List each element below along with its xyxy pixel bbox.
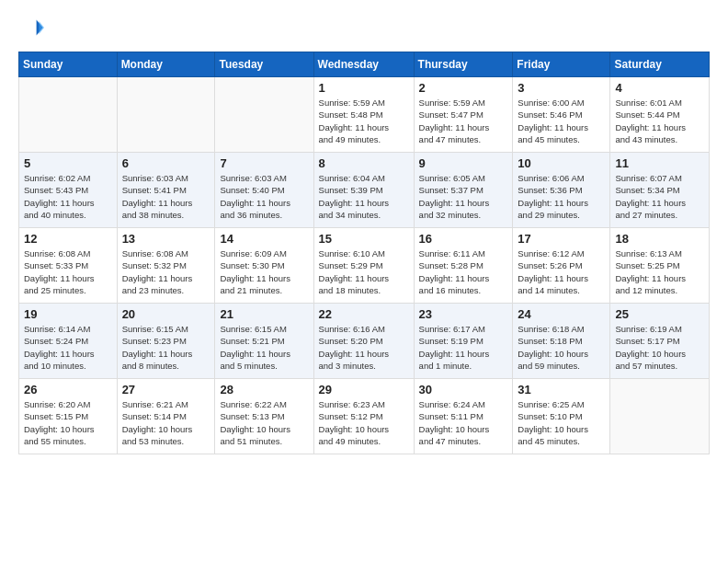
calendar-cell: 26Sunrise: 6:20 AM Sunset: 5:15 PM Dayli… (19, 379, 118, 454)
day-number: 1 (319, 81, 409, 95)
day-info: Sunrise: 5:59 AM Sunset: 5:47 PM Dayligh… (419, 97, 508, 145)
day-info: Sunrise: 6:24 AM Sunset: 5:11 PM Dayligh… (419, 398, 508, 447)
day-info: Sunrise: 6:14 AM Sunset: 5:24 PM Dayligh… (24, 323, 112, 372)
day-number: 30 (419, 383, 508, 396)
day-number: 17 (518, 232, 605, 246)
day-number: 25 (615, 307, 704, 321)
day-info: Sunrise: 6:23 AM Sunset: 5:12 PM Dayligh… (319, 398, 409, 447)
day-number: 20 (122, 307, 210, 321)
day-info: Sunrise: 6:08 AM Sunset: 5:32 PM Dayligh… (122, 247, 210, 296)
day-info: Sunrise: 6:05 AM Sunset: 5:37 PM Dayligh… (419, 172, 508, 221)
day-info: Sunrise: 6:03 AM Sunset: 5:40 PM Dayligh… (220, 172, 308, 221)
calendar-cell: 18Sunrise: 6:13 AM Sunset: 5:25 PM Dayli… (610, 228, 710, 304)
day-number: 14 (220, 232, 308, 246)
calendar-cell: 24Sunrise: 6:18 AM Sunset: 5:18 PM Dayli… (513, 304, 610, 379)
day-number: 10 (518, 156, 605, 170)
day-number: 24 (518, 307, 605, 321)
calendar-cell: 17Sunrise: 6:12 AM Sunset: 5:26 PM Dayli… (513, 228, 610, 304)
day-info: Sunrise: 6:11 AM Sunset: 5:28 PM Dayligh… (419, 247, 508, 296)
day-info: Sunrise: 6:18 AM Sunset: 5:18 PM Dayligh… (518, 323, 605, 372)
calendar-cell (215, 77, 313, 153)
weekday-header: Friday (513, 52, 610, 77)
calendar-cell: 23Sunrise: 6:17 AM Sunset: 5:19 PM Dayli… (414, 304, 513, 379)
weekday-header: Saturday (610, 52, 710, 77)
weekday-header: Sunday (19, 52, 118, 77)
calendar-cell: 31Sunrise: 6:25 AM Sunset: 5:10 PM Dayli… (513, 379, 610, 454)
day-number: 28 (220, 383, 308, 396)
calendar-cell: 30Sunrise: 6:24 AM Sunset: 5:11 PM Dayli… (414, 379, 513, 454)
day-info: Sunrise: 6:15 AM Sunset: 5:21 PM Dayligh… (220, 323, 308, 372)
day-info: Sunrise: 6:06 AM Sunset: 5:36 PM Dayligh… (518, 172, 605, 221)
day-number: 16 (419, 232, 508, 246)
day-number: 26 (24, 383, 112, 396)
calendar-cell (610, 379, 710, 454)
day-info: Sunrise: 6:13 AM Sunset: 5:25 PM Dayligh… (615, 247, 704, 296)
calendar-cell: 20Sunrise: 6:15 AM Sunset: 5:23 PM Dayli… (117, 304, 215, 379)
day-info: Sunrise: 6:09 AM Sunset: 5:30 PM Dayligh… (220, 247, 308, 296)
day-number: 6 (122, 156, 210, 170)
day-number: 4 (615, 81, 704, 95)
svg-marker-1 (39, 21, 44, 34)
calendar-cell: 8Sunrise: 6:04 AM Sunset: 5:39 PM Daylig… (313, 153, 414, 228)
calendar-cell: 21Sunrise: 6:15 AM Sunset: 5:21 PM Dayli… (215, 304, 313, 379)
calendar-cell: 19Sunrise: 6:14 AM Sunset: 5:24 PM Dayli… (19, 304, 118, 379)
calendar-cell: 15Sunrise: 6:10 AM Sunset: 5:29 PM Dayli… (313, 228, 414, 304)
calendar-week-row: 5Sunrise: 6:02 AM Sunset: 5:43 PM Daylig… (19, 153, 710, 228)
weekday-header: Wednesday (313, 52, 414, 77)
calendar-cell (19, 77, 118, 153)
calendar-cell: 13Sunrise: 6:08 AM Sunset: 5:32 PM Dayli… (117, 228, 215, 304)
calendar-cell: 28Sunrise: 6:22 AM Sunset: 5:13 PM Dayli… (215, 379, 313, 454)
page: SundayMondayTuesdayWednesdayThursdayFrid… (0, 0, 728, 563)
calendar-cell: 12Sunrise: 6:08 AM Sunset: 5:33 PM Dayli… (19, 228, 118, 304)
day-number: 8 (319, 156, 409, 170)
calendar-cell: 5Sunrise: 6:02 AM Sunset: 5:43 PM Daylig… (19, 153, 118, 228)
day-info: Sunrise: 6:21 AM Sunset: 5:14 PM Dayligh… (122, 398, 210, 447)
header (18, 15, 710, 40)
calendar-cell: 4Sunrise: 6:01 AM Sunset: 5:44 PM Daylig… (610, 77, 710, 153)
day-info: Sunrise: 6:10 AM Sunset: 5:29 PM Dayligh… (319, 247, 409, 296)
calendar-cell: 2Sunrise: 5:59 AM Sunset: 5:47 PM Daylig… (414, 77, 513, 153)
calendar-cell: 9Sunrise: 6:05 AM Sunset: 5:37 PM Daylig… (414, 153, 513, 228)
day-number: 15 (319, 232, 409, 246)
day-info: Sunrise: 6:02 AM Sunset: 5:43 PM Dayligh… (24, 172, 112, 221)
day-number: 18 (615, 232, 704, 246)
day-info: Sunrise: 6:15 AM Sunset: 5:23 PM Dayligh… (122, 323, 210, 372)
day-info: Sunrise: 6:01 AM Sunset: 5:44 PM Dayligh… (615, 97, 704, 145)
day-info: Sunrise: 6:19 AM Sunset: 5:17 PM Dayligh… (615, 323, 704, 372)
day-number: 29 (319, 383, 409, 396)
day-info: Sunrise: 6:07 AM Sunset: 5:34 PM Dayligh… (615, 172, 704, 221)
calendar-cell: 25Sunrise: 6:19 AM Sunset: 5:17 PM Dayli… (610, 304, 710, 379)
day-number: 5 (24, 156, 112, 170)
day-info: Sunrise: 6:16 AM Sunset: 5:20 PM Dayligh… (319, 323, 409, 372)
day-number: 22 (319, 307, 409, 321)
day-number: 2 (419, 81, 508, 95)
day-info: Sunrise: 6:22 AM Sunset: 5:13 PM Dayligh… (220, 398, 308, 447)
calendar-week-row: 26Sunrise: 6:20 AM Sunset: 5:15 PM Dayli… (19, 379, 710, 454)
calendar-cell: 29Sunrise: 6:23 AM Sunset: 5:12 PM Dayli… (313, 379, 414, 454)
weekday-header-row: SundayMondayTuesdayWednesdayThursdayFrid… (19, 52, 710, 77)
calendar-cell: 7Sunrise: 6:03 AM Sunset: 5:40 PM Daylig… (215, 153, 313, 228)
calendar-cell: 16Sunrise: 6:11 AM Sunset: 5:28 PM Dayli… (414, 228, 513, 304)
calendar-cell: 6Sunrise: 6:03 AM Sunset: 5:41 PM Daylig… (117, 153, 215, 228)
day-number: 11 (615, 156, 704, 170)
day-info: Sunrise: 6:17 AM Sunset: 5:19 PM Dayligh… (419, 323, 508, 372)
day-number: 13 (122, 232, 210, 246)
day-number: 21 (220, 307, 308, 321)
day-number: 3 (518, 81, 605, 95)
calendar-week-row: 1Sunrise: 5:59 AM Sunset: 5:48 PM Daylig… (19, 77, 710, 153)
day-info: Sunrise: 5:59 AM Sunset: 5:48 PM Dayligh… (319, 97, 409, 145)
calendar-cell: 10Sunrise: 6:06 AM Sunset: 5:36 PM Dayli… (513, 153, 610, 228)
weekday-header: Monday (117, 52, 215, 77)
day-number: 9 (419, 156, 508, 170)
calendar-week-row: 12Sunrise: 6:08 AM Sunset: 5:33 PM Dayli… (19, 228, 710, 304)
logo-icon (18, 15, 44, 40)
calendar-table: SundayMondayTuesdayWednesdayThursdayFrid… (18, 52, 710, 454)
day-info: Sunrise: 6:20 AM Sunset: 5:15 PM Dayligh… (24, 398, 112, 447)
calendar-cell: 14Sunrise: 6:09 AM Sunset: 5:30 PM Dayli… (215, 228, 313, 304)
weekday-header: Tuesday (215, 52, 313, 77)
calendar-week-row: 19Sunrise: 6:14 AM Sunset: 5:24 PM Dayli… (19, 304, 710, 379)
day-info: Sunrise: 6:04 AM Sunset: 5:39 PM Dayligh… (319, 172, 409, 221)
calendar-cell: 3Sunrise: 6:00 AM Sunset: 5:46 PM Daylig… (513, 77, 610, 153)
logo (18, 15, 48, 40)
calendar-cell: 11Sunrise: 6:07 AM Sunset: 5:34 PM Dayli… (610, 153, 710, 228)
